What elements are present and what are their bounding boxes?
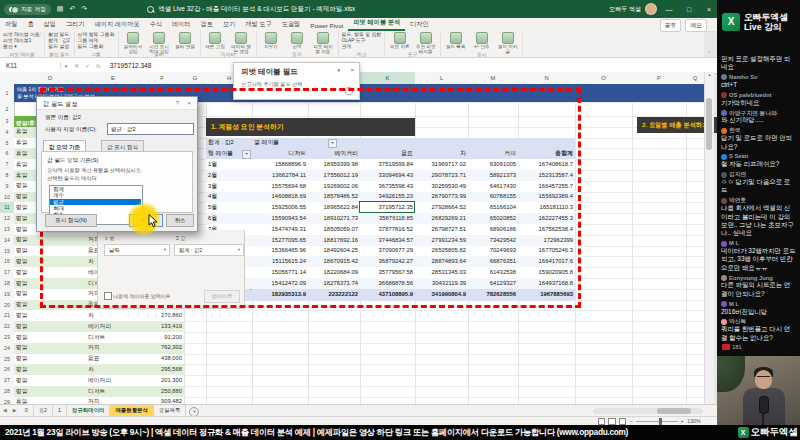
ribbon-tab-검토[interactable]: 검토 bbox=[195, 18, 217, 31]
chat-message[interactable]: Namho Soctrl+T bbox=[721, 74, 796, 89]
zoom-slider[interactable] bbox=[636, 421, 678, 423]
chat-message[interactable]: M L2016버전입니당 bbox=[721, 301, 796, 316]
ribbon-item-옵션 ▾[interactable]: 옵션 ▾ bbox=[3, 44, 41, 50]
save-icon[interactable]: ▤ bbox=[57, 5, 64, 13]
ribbon-tab-페이지 레이아웃[interactable]: 페이지 레이아웃 bbox=[90, 18, 145, 31]
search-icon[interactable] bbox=[147, 6, 154, 13]
chat-text: ctrl+T bbox=[721, 81, 796, 89]
ribbon-button-피벗 차트[interactable]: 피벗 차트 bbox=[388, 32, 411, 50]
ribbon-tab-데이터[interactable]: 데이터 bbox=[167, 18, 196, 31]
gear-icon[interactable] bbox=[345, 87, 353, 95]
selected-cell-outline[interactable] bbox=[359, 201, 415, 213]
mouse-cursor bbox=[148, 214, 158, 228]
ribbon-tab-홈[interactable]: 홈 bbox=[22, 18, 38, 31]
ribbon-tab-수식[interactable]: 수식 bbox=[145, 18, 167, 31]
dialog-close-icon[interactable]: × bbox=[188, 100, 191, 106]
share-button[interactable]: 공유 bbox=[660, 19, 682, 32]
chat-list[interactable]: 먼저 표로 설정해주면 되네요Namho Soctrl+TOS paleblue… bbox=[717, 52, 800, 342]
memo-button[interactable]: 메모 bbox=[685, 19, 707, 32]
zoom-in-icon[interactable]: + bbox=[681, 418, 684, 424]
pivot-total-value[interactable]: 182935313.9 bbox=[252, 289, 308, 302]
collapse-ribbon-icon[interactable]: ⌃ bbox=[707, 50, 711, 56]
ribbon-item-필드 그룹화[interactable]: 필드 그룹화 bbox=[78, 44, 115, 50]
ribbon-button-필드 목록[interactable]: 필드 목록 bbox=[444, 32, 467, 50]
autosave-toggle[interactable]: 자동 저장 bbox=[4, 4, 51, 15]
row-header-1[interactable]: 1 bbox=[0, 84, 15, 103]
ribbon-tab-개발 도구[interactable]: 개발 도구 bbox=[240, 18, 276, 31]
ribbon-group-필터: 슬라이서 삽입시간 표시 막대 삽입필터 연결필터 bbox=[119, 31, 201, 57]
rows-field-chip[interactable]: 날짜▾ bbox=[104, 244, 170, 256]
filter-dropdown-icon[interactable]: ▾ bbox=[328, 139, 337, 148]
chat-message[interactable]: S Sean헐 자동 리프레쉬요? bbox=[721, 153, 796, 168]
ribbon-group-표시: 필드 목록+/- 단추필드 머리글표시 bbox=[441, 31, 523, 57]
filter-dropdown-icon[interactable]: ▾ bbox=[242, 150, 251, 159]
horizontal-scrollbar[interactable] bbox=[593, 408, 703, 414]
chat-message[interactable]: 김지연ㅇㅇ 닫기및 다음으로 로드 bbox=[721, 171, 796, 195]
pivot-total-value[interactable]: 782628556 bbox=[468, 289, 518, 302]
ribbon-item-필드 설정[interactable]: 필드 설정 bbox=[48, 44, 70, 50]
ribbon-button-필터 연결[interactable]: 필터 연결 bbox=[174, 32, 197, 50]
number-format-button[interactable]: 표시 형식(N) bbox=[45, 214, 97, 227]
vertical-scrollbar-thumb[interactable] bbox=[706, 98, 712, 150]
cancel-button[interactable]: 취소 bbox=[166, 214, 194, 227]
chat-message[interactable]: Eunyoung Jung다른 파일의 시트로는 연결이 안되나요? bbox=[721, 275, 796, 299]
confirm-entry-icon[interactable]: ✓ bbox=[85, 62, 90, 69]
page-break-view-icon[interactable] bbox=[619, 418, 627, 426]
formula-value[interactable]: 37195712.348 bbox=[110, 62, 152, 69]
undo-icon[interactable]: ↶ bbox=[69, 5, 75, 13]
ribbon-button-새로 고침[interactable]: 새로 고침 bbox=[204, 32, 227, 50]
close-button[interactable]: × bbox=[701, 6, 717, 13]
ribbon-tab-피벗 테이블 분석[interactable]: 피벗 테이블 분석 bbox=[348, 16, 405, 31]
fx-icon[interactable]: fx bbox=[96, 63, 101, 69]
zoom-level[interactable]: 130% bbox=[687, 418, 701, 424]
ribbon-tab-디자인[interactable]: 디자인 bbox=[405, 18, 434, 31]
account-avatar[interactable] bbox=[645, 3, 657, 15]
pane-close-icon[interactable]: × bbox=[350, 67, 354, 73]
values-field-chip[interactable]: 합계 : 값2▾ bbox=[174, 244, 244, 256]
ribbon-tab-보기[interactable]: 보기 bbox=[218, 18, 240, 31]
ribbon-tab-도움말[interactable]: 도움말 bbox=[277, 18, 306, 31]
broadcast-banner-text: 2021년 1월 23일 라이브 방송 (오후 9시~) | 엑셀 데이터 정규… bbox=[0, 427, 711, 438]
chat-message[interactable]: 한국닫기 및 로드로 하면 안되나요? bbox=[721, 127, 796, 151]
pivot-total-value[interactable]: 437108895.9 bbox=[360, 289, 415, 302]
defer-layout-checkbox[interactable] bbox=[104, 292, 112, 300]
chat-message[interactable]: 아방구치면 동나와와 신기하당..... bbox=[721, 110, 796, 125]
ribbon-button-지우기[interactable]: 지우기 bbox=[260, 32, 283, 50]
custom-name-input[interactable]: 평균 : 값2 bbox=[107, 123, 194, 135]
name-box-dropdown-icon[interactable]: ▾ bbox=[61, 63, 71, 69]
chat-message[interactable]: 박신독쿼리를 한번풀고 다시 연결 할수는 없나요? bbox=[721, 318, 796, 342]
ribbon-tab-삽입[interactable]: 삽입 bbox=[39, 18, 61, 31]
restore-button[interactable]: □ bbox=[681, 6, 697, 13]
ribbon-tab-Power Pivot[interactable]: Power Pivot bbox=[305, 20, 348, 31]
page-layout-view-icon[interactable] bbox=[608, 418, 616, 426]
normal-view-icon[interactable] bbox=[598, 418, 606, 426]
zoom-out-icon[interactable]: − bbox=[629, 418, 632, 424]
help-icon[interactable]: ? bbox=[176, 100, 179, 106]
chat-avatar bbox=[721, 74, 727, 80]
redo-icon[interactable]: ↷ bbox=[81, 5, 87, 13]
pivot-total-value[interactable]: 341990804.9 bbox=[415, 289, 468, 302]
add-sheet-icon[interactable]: + bbox=[189, 407, 199, 417]
ribbon-button-선택[interactable]: 선택 bbox=[286, 32, 309, 50]
pivot-total-value[interactable]: 1967885693 bbox=[518, 289, 575, 302]
status-bar-right: − + 130% bbox=[598, 418, 701, 426]
chat-message[interactable]: 먼저 표로 설정해주면 되네요 bbox=[721, 55, 796, 72]
row-header-2[interactable]: 2 bbox=[0, 102, 15, 117]
cancel-entry-icon[interactable]: ✕ bbox=[74, 62, 79, 69]
update-button[interactable]: 업데이트 bbox=[204, 290, 240, 303]
name-box[interactable]: K11 bbox=[0, 62, 61, 69]
cell-day: 평일 bbox=[16, 324, 28, 330]
chat-username-row: M L bbox=[721, 301, 796, 308]
ribbon-item-관계[interactable]: 관계 bbox=[342, 44, 382, 50]
chat-message[interactable]: M L데이터가 32행까지만 로드되고, 33행 이후부터 빈칸으로만 돼요ㅠㅠ bbox=[721, 240, 796, 272]
pane-options-icon[interactable]: ▼ bbox=[337, 68, 341, 73]
ribbon-tab-그리기[interactable]: 그리기 bbox=[61, 18, 90, 31]
minimize-button[interactable]: — bbox=[661, 6, 677, 13]
chat-message[interactable]: OS palebluedot기가막히네요 bbox=[721, 92, 796, 107]
chat-message[interactable]: 박언호나름 회사에서 엑셀의 신이라고 불리는데 이 강의보면.. 그냥 나는 … bbox=[721, 197, 796, 237]
dialog-title-bar[interactable]: 값 필드 설정 ? × bbox=[37, 97, 197, 110]
custom-name-label: 사용자 지정 이름(C): bbox=[45, 126, 97, 134]
pivot-total-value[interactable]: 223222122 bbox=[308, 289, 360, 302]
ribbon-tab-파일[interactable]: 파일 bbox=[0, 18, 22, 31]
ribbon-button-+/- 단추[interactable]: +/- 단추 bbox=[470, 32, 493, 50]
